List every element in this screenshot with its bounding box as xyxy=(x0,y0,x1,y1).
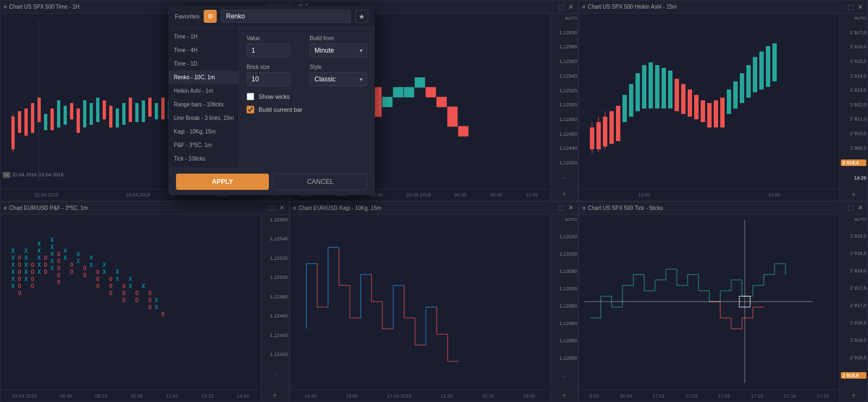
chart-close-6[interactable]: ✕ xyxy=(857,204,864,212)
svg-text:X: X xyxy=(37,241,41,247)
price-axis-6: AUTO 2 919,0 2 918,5 2 918,0 2 917,5 2 9… xyxy=(839,215,867,402)
expand-btn-5[interactable]: → xyxy=(551,373,577,379)
svg-rect-2 xyxy=(18,111,21,133)
list-item-line-break[interactable]: Line Break - 3 lines, 15m xyxy=(168,111,238,125)
p3-3: 2 915,0 xyxy=(841,59,866,64)
chart-panel-3: ≡ Chart US SPX 500 Heikin Ashi - 15m ⬚ ✕ xyxy=(578,0,868,201)
chart-menu-icon[interactable]: ≡ xyxy=(4,4,7,10)
p6-4: 2 917,5 xyxy=(841,285,866,291)
svg-rect-61 xyxy=(642,65,646,109)
chart-close-4[interactable]: ✕ xyxy=(278,204,286,212)
svg-rect-71 xyxy=(707,103,712,127)
svg-text:X: X xyxy=(103,269,106,275)
svg-rect-14 xyxy=(96,98,99,122)
svg-text:O: O xyxy=(135,290,139,296)
list-item-kagi[interactable]: Kagi - 10Kg, 15m xyxy=(168,125,238,138)
modal-footer: APPLY CANCEL xyxy=(168,168,375,195)
chart-menu-icon-5[interactable]: ≡ xyxy=(293,205,297,211)
svg-text:X: X xyxy=(116,276,119,282)
expand-btn-2[interactable]: → xyxy=(551,175,577,181)
p3-8: 2 910,0 xyxy=(841,131,866,136)
chart-expand-5[interactable]: ⬚ xyxy=(557,204,565,212)
chart-panel-4: ≡ Chart EUR/USD P&F - 3*5C, 1m ⬚ ✕ XXX X… xyxy=(0,201,290,403)
p3-4: 2 914,0 xyxy=(841,73,866,79)
svg-rect-78 xyxy=(753,57,757,92)
cancel-button[interactable]: CANCEL xyxy=(273,174,367,190)
chart-close-3[interactable]: ✕ xyxy=(857,3,864,11)
modal-form-content: Value Build from Minute Hour Day Tick xyxy=(239,28,375,168)
svg-text:X: X xyxy=(51,251,54,257)
svg-rect-63 xyxy=(655,65,659,109)
form-group-brick: Brick size xyxy=(247,64,304,86)
svg-text:O: O xyxy=(57,258,60,264)
modal-favorite-button[interactable]: ★ xyxy=(355,10,368,23)
chart-menu-icon-6[interactable]: ≡ xyxy=(582,205,586,211)
time-axis-6: 6:55 16:59 17:01 17:03 17:06 17:10 17:14… xyxy=(579,390,839,401)
build-current-bar-checkbox[interactable] xyxy=(247,106,254,113)
chart-menu-icon-3[interactable]: ≡ xyxy=(582,4,586,10)
svg-rect-42 xyxy=(393,87,403,97)
brick-size-input[interactable] xyxy=(247,72,290,86)
add-btn-6[interactable]: + xyxy=(841,391,866,399)
svg-rect-49 xyxy=(458,126,468,136)
chart-expand-3[interactable]: ⬚ xyxy=(846,3,854,11)
countdown-3: 14:26 xyxy=(841,175,866,181)
apply-button[interactable]: APPLY xyxy=(176,174,269,190)
tick-chart-6 xyxy=(579,215,839,390)
p2-5: 1,12520 xyxy=(551,88,577,93)
kagi-chart-5 xyxy=(290,215,550,390)
list-item-tick[interactable]: Tick - 10ticks xyxy=(168,152,238,165)
add-btn-5[interactable]: + xyxy=(551,391,577,399)
p2-9: 1,12440 xyxy=(551,145,577,151)
svg-text:O: O xyxy=(135,297,139,303)
p3-7: 2 911,0 xyxy=(841,116,866,122)
p6-7: 2 916,0 xyxy=(841,337,866,343)
add-btn-3[interactable]: + xyxy=(841,190,866,199)
p5-7: 1,12850 xyxy=(551,338,577,343)
chart-close-2[interactable]: ✕ xyxy=(567,3,575,11)
buildfrom-select[interactable]: Minute Hour Day Tick xyxy=(310,43,367,58)
chart-expand-2[interactable]: ⬚ xyxy=(557,3,565,11)
list-item-range-bars[interactable]: Range bars - 10ticks xyxy=(168,98,238,111)
p6-2: 2 918,5 xyxy=(841,251,866,256)
heikin-ashi-chart-3 xyxy=(579,14,839,189)
svg-text:O: O xyxy=(57,265,60,271)
chart-body-4: XXX XXX OOO OOO XXX XX OOO O XXX XX xyxy=(1,215,289,402)
form-row-value-buildfrom: Value Build from Minute Hour Day Tick xyxy=(247,35,367,58)
chart-close-5[interactable]: ✕ xyxy=(567,204,575,212)
show-wicks-checkbox[interactable] xyxy=(247,93,254,100)
expand-btn-4[interactable]: → xyxy=(262,371,288,377)
svg-rect-18 xyxy=(122,103,125,125)
list-item-heikin[interactable]: Heikin Ashi - 1m xyxy=(168,84,238,98)
chart-body-5: AUTO 1,13150 1,13100 1,13050 1,13000 1,1… xyxy=(290,215,578,402)
chart-header-4: ≡ Chart EUR/USD P&F - 3*5C, 1m ⬚ ✕ xyxy=(1,202,289,215)
add-btn-4[interactable]: + xyxy=(262,391,288,399)
build-current-bar-label[interactable]: Build current bar xyxy=(259,106,303,113)
chart-menu-icon-4[interactable]: ≡ xyxy=(4,205,7,211)
show-wicks-label[interactable]: Show wicks xyxy=(259,93,290,100)
style-select[interactable]: Classic Modern xyxy=(310,72,367,86)
svg-rect-21 xyxy=(142,100,145,122)
list-item-time-4h[interactable]: Time - 4H xyxy=(168,43,238,57)
p4-4: 1,12500 xyxy=(262,275,288,280)
add-btn-2[interactable]: + xyxy=(551,189,577,198)
value-input[interactable] xyxy=(247,43,290,58)
chart-expand-4[interactable]: ⬚ xyxy=(268,204,276,212)
list-item-pnf[interactable]: P&F - 3*5C, 1m xyxy=(168,138,238,152)
svg-rect-9 xyxy=(64,106,67,125)
list-item-time-1h[interactable]: Time - 1H xyxy=(168,30,238,43)
svg-text:O: O xyxy=(122,283,125,289)
p5-1: 1,13150 xyxy=(551,234,577,239)
svg-text:O: O xyxy=(44,262,47,268)
svg-text:X: X xyxy=(90,262,93,268)
modal-settings-button[interactable]: ⚙ xyxy=(204,10,217,23)
chart-body-3: AUTO 2 917,0 2 916,0 2 915,0 2 914,0 2 9… xyxy=(579,14,867,201)
svg-rect-7 xyxy=(51,109,54,130)
list-item-time-1d[interactable]: Time - 1D xyxy=(168,57,238,71)
time-axis-5: 14:45 19:00 17.04.2019 11:30 15:15 19:45 xyxy=(290,390,550,401)
modal-select-wrap[interactable]: Renko Heikin Ashi Kagi P&F Range Bars Li… xyxy=(221,10,351,23)
svg-rect-12 xyxy=(83,100,86,127)
chart-expand-6[interactable]: ⬚ xyxy=(846,204,854,212)
list-item-renko[interactable]: Renko - 10C, 1m 🗑 xyxy=(168,71,238,84)
chart-type-select[interactable]: Renko Heikin Ashi Kagi P&F Range Bars Li… xyxy=(221,10,351,23)
